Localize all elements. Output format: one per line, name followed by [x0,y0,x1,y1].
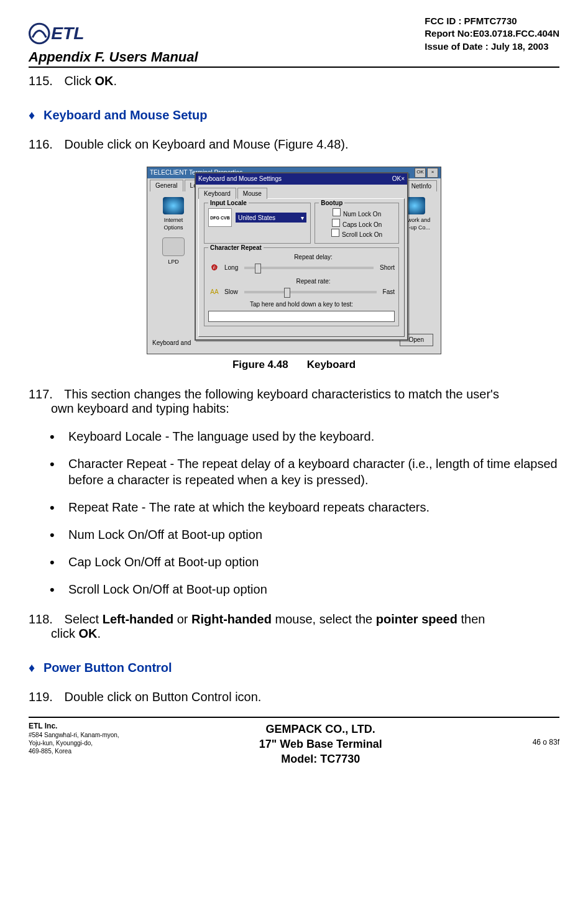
section-keyboard-mouse: ♦Keyboard and Mouse Setup [29,107,559,124]
diamond-icon: ♦ [29,107,36,124]
list-item: Character Repeat - The repeat delay of a… [50,456,559,488]
repeat-delay-slider[interactable] [244,267,374,269]
bootup-option[interactable]: Caps Lock On [319,219,395,229]
document-page: ETL FCC ID : PFMTC7730 Report No:E03.071… [0,0,588,905]
etl-logo: ETL [29,15,97,52]
checkbox-icon [333,208,341,216]
step-text: Double click on Button Control icon. [65,690,262,704]
t-bold: OK [78,627,97,640]
t: click [51,627,78,640]
step-117: 117. This section changes the following … [29,386,559,417]
repeat-delay-label: Repeat delay: [232,253,395,262]
test-input[interactable] [208,311,395,322]
step-text-line2: own keyboard and typing habits: [51,400,559,417]
repeat-rate-slider[interactable] [244,291,377,293]
group-bootup: Bootup Num Lock On Caps Lock On Scroll L… [315,203,399,244]
footer-addr: Yoju-kun, Kyounggi-do, [29,739,177,747]
report-no: Report No:E03.0718.FCC.404N [425,27,559,40]
footer-company: ETL Inc. [29,722,177,732]
footer-center-line: GEMPACK CO., LTD. [177,722,464,737]
diamond-icon: ♦ [29,659,36,676]
test-label: Tap here and hold down a key to test: [208,300,395,309]
footer-addr: #584 Sangwhal-ri, Kanam-myon, [29,731,177,739]
step-text: Double click on Keyboard and Mouse (Figu… [65,137,349,151]
dialog-tabs: Keyboard Mouse [196,185,407,199]
checkbox-icon [332,219,340,227]
icon-label: Internet Options [155,216,192,231]
group-character-repeat: Character Repeat Repeat delay: 🅐 Long Sh… [204,247,399,327]
t: Select [65,612,103,626]
locale-dropdown[interactable]: United States ▾ [236,213,306,223]
step-text-line1: This section changes the following keybo… [64,387,499,401]
tab-mouse[interactable]: Mouse [237,188,267,200]
list-item: Scroll Lock On/Off at Boot-up option [50,581,559,597]
t: . [97,627,101,640]
aa-icon: AA [208,288,221,296]
svg-text:ETL: ETL [51,23,84,43]
list-item: Cap Lock On/Off at Boot-up option [50,554,559,570]
page-header: ETL FCC ID : PFMTC7730 Report No:E03.071… [29,15,559,53]
tab-netinfo[interactable]: NetInfo [406,180,437,192]
long-label: Long [224,264,238,272]
group-label: Character Repeat [208,244,264,252]
group-label: Bootup [319,199,344,208]
lpd-icon[interactable]: LPD [155,237,192,265]
internet-options-icon[interactable]: Internet Options [155,197,192,231]
tab-general[interactable]: General [150,180,183,191]
step-text-pre: Click [65,74,95,88]
footer-center-line: 17" Web Base Terminal [177,737,464,751]
t-bold: Left-handed [103,612,173,626]
tab-keyboard[interactable]: Keyboard [198,188,236,200]
dialog-titlebar: Keyboard and Mouse Settings OK × [196,173,407,185]
keyboard-icon: DFG CVB [208,208,232,227]
icon-label: LPD [155,258,192,265]
list-item: Num Lock On/Off at Boot-up option [50,526,559,543]
bootup-option[interactable]: Num Lock On [319,208,395,219]
section-title: Power Button Control [44,661,172,674]
footer-left: ETL Inc. #584 Sangwhal-ri, Kanam-myon, Y… [29,722,177,756]
repeat-rate-label: Repeat rate: [232,277,395,286]
fast-label: Fast [383,288,395,296]
step-119: 119. Double click on Button Control icon… [29,689,559,705]
header-meta: FCC ID : PFMTC7730 Report No:E03.0718.FC… [425,15,559,53]
dialog-title: Keyboard and Mouse Settings [198,175,282,183]
checkbox-icon [331,229,339,237]
screenshot-keyboard-dialog: TELECLIENT Terminal Properties OK × Gene… [147,167,441,354]
page-footer: ETL Inc. #584 Sangwhal-ri, Kanam-myon, Y… [29,722,559,767]
footer-right: 46 o 83f [464,722,559,747]
dialog-ok-button[interactable]: OK [392,175,401,183]
t: or [173,612,191,626]
dialog-close-button[interactable]: × [401,175,405,183]
back-close-button[interactable]: × [427,168,438,178]
footer-center: GEMPACK CO., LTD. 17" Web Base Terminal … [177,722,464,767]
back-selected-label: Keyboard and [152,339,191,347]
footer-center-line: Model: TC7730 [177,751,464,766]
footer-divider [29,717,559,718]
step-118: 118. Select Left-handed or Right-handed … [29,611,559,642]
step-number: 119. [29,689,61,705]
list-item: Keyboard Locale - The language used by t… [50,428,559,444]
back-ok-button[interactable]: OK [415,168,426,178]
step-116: 116. Double click on Keyboard and Mouse … [29,136,559,153]
section-power-button: ♦Power Button Control [29,659,559,676]
figure-name: Keyboard [307,359,356,370]
group-label: Input Locale [208,199,249,208]
locale-value: United States [238,214,275,223]
figure-number: Figure 4.48 [232,359,288,370]
bootup-option[interactable]: Scroll Lock On [319,229,395,239]
short-label: Short [380,264,395,272]
t: mouse, select the [272,612,376,626]
back-panel-icons-left: Internet Options LPD [155,197,192,272]
characteristics-list: Keyboard Locale - The language used by t… [50,428,559,597]
t-bold: Right-handed [191,612,272,626]
group-input-locale: Input Locale DFG CVB United States ▾ [204,203,311,244]
header-divider [29,67,559,68]
list-item: Repeat Rate - The rate at which the keyb… [50,499,559,515]
footer-addr: 469-885, Korea [29,747,177,755]
svg-point-0 [30,24,49,43]
t: then [457,612,485,626]
page-number: 46 o 83f [533,738,559,747]
document-body: 115. Click OK. ♦Keyboard and Mouse Setup… [29,73,559,705]
step-115: 115. Click OK. [29,73,559,90]
dialog-panel: Input Locale DFG CVB United States ▾ [198,198,405,337]
